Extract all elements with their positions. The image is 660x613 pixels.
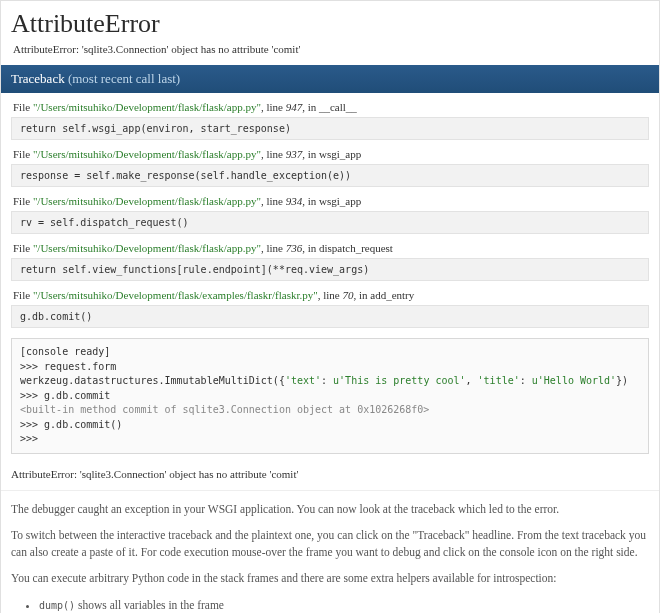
console-text: }) (616, 375, 628, 386)
helper-list: dump() shows all variables in the frame … (39, 597, 649, 614)
console-text: : (520, 375, 532, 386)
explain-p1: The debugger caught an exception in your… (11, 501, 649, 518)
frame-in-word: , in (353, 289, 370, 301)
frame-source-line: File "/Users/mitsuhiko/Development/flask… (11, 240, 649, 258)
frame-function: __call__ (319, 101, 357, 113)
console-key: 'title' (478, 375, 520, 386)
traceback-frames: File "/Users/mitsuhiko/Development/flask… (1, 93, 659, 336)
frame-line-word: , line (261, 101, 286, 113)
frame-code[interactable]: response = self.make_response(self.handl… (11, 164, 649, 187)
frame-line-number: 70 (342, 289, 353, 301)
frame-in-word: , in (302, 242, 319, 254)
console-line: werkzeug.datastructures.ImmutableMultiDi… (20, 375, 628, 386)
frame-line-number: 937 (286, 148, 303, 160)
traceback-frame[interactable]: File "/Users/mitsuhiko/Development/flask… (11, 193, 649, 234)
traceback-note: (most recent call last) (68, 71, 180, 86)
helper-code: dump() (39, 600, 75, 611)
traceback-frame[interactable]: File "/Users/mitsuhiko/Development/flask… (11, 146, 649, 187)
page-title: AttributeError (1, 1, 659, 43)
console-output: <built-in method commit of sqlite3.Conne… (20, 404, 429, 415)
traceback-label: Traceback (11, 71, 65, 86)
frame-function: wsgi_app (319, 148, 361, 160)
console-text: werkzeug.datastructures.ImmutableMultiDi… (20, 375, 285, 386)
frame-function: wsgi_app (319, 195, 361, 207)
traceback-header[interactable]: Traceback (most recent call last) (1, 65, 659, 93)
frame-line-word: , line (318, 289, 343, 301)
console-line: >>> request.form (20, 361, 116, 372)
debugger-page: AttributeError AttributeError: 'sqlite3.… (0, 0, 660, 613)
frame-in-word: , in (302, 101, 319, 113)
frame-path: "/Users/mitsuhiko/Development/flask/flas… (33, 242, 261, 254)
error-subtitle: AttributeError: 'sqlite3.Connection' obj… (1, 43, 659, 65)
frame-path: "/Users/mitsuhiko/Development/flask/flas… (33, 195, 261, 207)
frame-in-word: , in (302, 148, 319, 160)
frame-code[interactable]: g.db.comit() (11, 305, 649, 328)
frame-line-number: 947 (286, 101, 303, 113)
frame-function: dispatch_request (319, 242, 393, 254)
console-key: 'text' (285, 375, 321, 386)
frame-path: "/Users/mitsuhiko/Development/flask/exam… (33, 289, 318, 301)
explain-p2: To switch between the interactive traceb… (11, 527, 649, 562)
frame-source-line: File "/Users/mitsuhiko/Development/flask… (11, 146, 649, 164)
console-text: , (466, 375, 478, 386)
frame-path: "/Users/mitsuhiko/Development/flask/flas… (33, 101, 261, 113)
frame-code[interactable]: rv = self.dispatch_request() (11, 211, 649, 234)
list-item: dump() shows all variables in the frame (39, 597, 649, 614)
frame-prefix: File (13, 195, 33, 207)
frame-in-word: , in (302, 195, 319, 207)
console-line: >>> g.db.commit() (20, 419, 122, 430)
console-text: : (321, 375, 333, 386)
frame-line-word: , line (261, 148, 286, 160)
frame-path: "/Users/mitsuhiko/Development/flask/flas… (33, 148, 261, 160)
console-line: [console ready] (20, 346, 110, 357)
footer-error: AttributeError: 'sqlite3.Connection' obj… (1, 464, 659, 490)
explain-p3: You can execute arbitrary Python code in… (11, 570, 649, 587)
console-line: >>> g.db.commit (20, 390, 110, 401)
debug-console[interactable]: [console ready] >>> request.form werkzeu… (11, 338, 649, 454)
console-prompt[interactable]: >>> (20, 433, 38, 444)
traceback-frame[interactable]: File "/Users/mitsuhiko/Development/flask… (11, 240, 649, 281)
frame-line-word: , line (261, 195, 286, 207)
frame-prefix: File (13, 101, 33, 113)
frame-line-number: 736 (286, 242, 303, 254)
frame-line-number: 934 (286, 195, 303, 207)
frame-line-word: , line (261, 242, 286, 254)
frame-code[interactable]: return self.view_functions[rule.endpoint… (11, 258, 649, 281)
frame-function: add_entry (370, 289, 414, 301)
frame-code[interactable]: return self.wsgi_app(environ, start_resp… (11, 117, 649, 140)
frame-source-line: File "/Users/mitsuhiko/Development/flask… (11, 99, 649, 117)
frame-source-line: File "/Users/mitsuhiko/Development/flask… (11, 287, 649, 305)
explanation: The debugger caught an exception in your… (1, 490, 659, 614)
console-value: u'Hello World' (532, 375, 616, 386)
traceback-frame[interactable]: File "/Users/mitsuhiko/Development/flask… (11, 287, 649, 328)
frame-source-line: File "/Users/mitsuhiko/Development/flask… (11, 193, 649, 211)
traceback-frame[interactable]: File "/Users/mitsuhiko/Development/flask… (11, 99, 649, 140)
frame-prefix: File (13, 148, 33, 160)
frame-prefix: File (13, 242, 33, 254)
frame-prefix: File (13, 289, 33, 301)
console-value: u'This is pretty cool' (333, 375, 465, 386)
helper-desc: shows all variables in the frame (75, 599, 224, 611)
